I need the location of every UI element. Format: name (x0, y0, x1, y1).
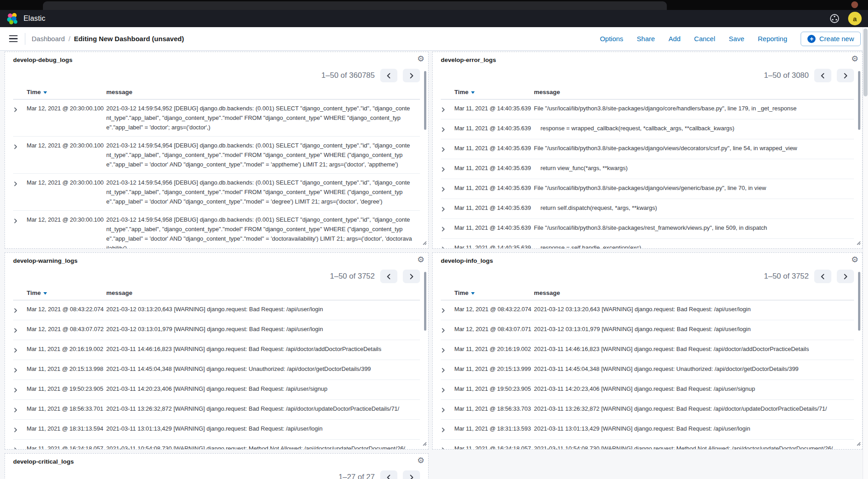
expand-row-icon[interactable] (441, 324, 454, 336)
expand-row-icon[interactable] (441, 123, 454, 135)
expand-row-icon[interactable] (441, 304, 454, 316)
breadcrumb-current: Editing New Dashboard (unsaved) (74, 35, 184, 43)
sort-descending-icon (43, 89, 47, 95)
panel-scrollbar[interactable] (424, 71, 426, 130)
expand-row-icon[interactable] (13, 215, 27, 249)
next-page-button[interactable] (403, 270, 420, 283)
next-page-button[interactable] (403, 69, 420, 82)
panel-title[interactable]: develop-critical_logs (13, 458, 420, 465)
panel-gear-icon[interactable]: ⚙ (417, 256, 425, 264)
expand-row-icon[interactable] (441, 203, 454, 214)
panel-gear-icon[interactable]: ⚙ (417, 456, 425, 465)
column-header-time[interactable]: Time (27, 289, 106, 296)
expand-row-icon[interactable] (13, 344, 27, 356)
row-time: Mar 11, 2021 @ 20:16:19.002 (454, 344, 534, 356)
row-time: Mar 12, 2021 @ 20:30:00.100 (27, 215, 106, 249)
table-row: Mar 11, 2021 @ 18:56:33.7032021-03-11 13… (441, 400, 854, 420)
create-new-button[interactable]: + Create new (801, 32, 861, 46)
row-message: response = wrapped_callback(request, *ca… (534, 123, 854, 135)
time-column-label: Time (454, 289, 468, 296)
column-header-time[interactable]: Time (27, 89, 106, 95)
expand-row-icon[interactable] (441, 404, 454, 415)
toolbar-link-options[interactable]: Options (600, 35, 623, 43)
expand-row-icon[interactable] (441, 243, 454, 249)
column-header-time[interactable]: Time (454, 289, 534, 296)
table-row: Mar 11, 2021 @ 19:50:23.9052021-03-11 14… (13, 380, 420, 400)
toolbar-link-reporting[interactable]: Reporting (758, 35, 787, 43)
row-message: 2021-03-12 14:59:54,954 [DEBUG] django.d… (106, 141, 420, 169)
panel-gear-icon[interactable]: ⚙ (417, 55, 425, 63)
toolbar-link-add[interactable]: Add (669, 35, 681, 43)
browser-tab[interactable] (43, 1, 667, 10)
prev-page-button[interactable] (380, 69, 397, 82)
plus-icon: + (807, 35, 816, 43)
expand-row-icon[interactable] (441, 424, 454, 435)
expand-row-icon[interactable] (441, 183, 454, 194)
panel-title[interactable]: develop-warning_logs (13, 257, 420, 264)
expand-row-icon[interactable] (13, 324, 27, 336)
expand-row-icon[interactable] (13, 304, 27, 316)
row-message: File "/usr/local/lib/python3.8/site-pack… (534, 183, 854, 194)
message-column-label: message (106, 89, 420, 95)
next-page-button[interactable] (403, 470, 420, 479)
expand-row-icon[interactable] (441, 163, 454, 175)
panel-gear-icon[interactable]: ⚙ (851, 55, 859, 63)
next-page-button[interactable] (837, 270, 854, 283)
panel-scrollbar[interactable] (424, 272, 426, 331)
row-time: Mar 12, 2021 @ 20:30:00.100 (27, 141, 106, 169)
prev-page-button[interactable] (380, 470, 397, 479)
expand-row-icon[interactable] (441, 223, 454, 234)
expand-row-icon[interactable] (13, 424, 27, 435)
expand-row-icon[interactable] (13, 444, 27, 450)
prev-page-button[interactable] (814, 69, 831, 82)
panel-gear-icon[interactable]: ⚙ (851, 256, 859, 264)
table-row: Mar 11, 2021 @ 18:31:13.5942021-03-11 13… (13, 420, 420, 440)
expand-row-icon[interactable] (13, 404, 27, 415)
panel-title[interactable]: develop-error_logs (441, 57, 854, 63)
panel-title[interactable]: develop-info_logs (441, 257, 854, 264)
scrollbar-thumb[interactable] (863, 28, 868, 96)
expand-row-icon[interactable] (13, 178, 27, 206)
panel-title[interactable]: develop-debug_logs (13, 57, 420, 63)
prev-page-button[interactable] (380, 270, 397, 283)
next-page-button[interactable] (837, 69, 854, 82)
expand-row-icon[interactable] (13, 384, 27, 395)
breadcrumb-dashboard[interactable]: Dashboard (32, 35, 65, 43)
row-time: Mar 11, 2021 @ 18:56:33.703 (454, 404, 534, 415)
row-message: return view_func(*args, **kwargs) (534, 163, 854, 175)
sort-descending-icon (43, 289, 47, 296)
expand-row-icon[interactable] (441, 143, 454, 155)
row-message: File "/usr/local/lib/python3.8/site-pack… (534, 223, 854, 234)
expand-row-icon[interactable] (441, 384, 454, 395)
expand-row-icon[interactable] (441, 344, 454, 356)
deployment-icon[interactable] (829, 13, 840, 24)
toolbar-link-cancel[interactable]: Cancel (694, 35, 715, 43)
expand-row-icon[interactable] (441, 104, 454, 115)
table-row: Mar 11, 2021 @ 20:16:19.0022021-03-11 14… (13, 340, 420, 360)
panel-scrollbar[interactable] (858, 71, 860, 130)
expand-row-icon[interactable] (13, 104, 27, 132)
expand-row-icon[interactable] (13, 364, 27, 375)
expand-row-icon[interactable] (441, 444, 454, 450)
pagination-label: 1–50 of 360785 (321, 71, 375, 80)
row-message: File "/usr/local/lib/python3.8/site-pack… (534, 104, 854, 115)
column-header-time[interactable]: Time (454, 89, 534, 95)
sort-descending-icon (471, 89, 475, 95)
window-scrollbar[interactable] (863, 27, 868, 479)
brand-name: Elastic (24, 14, 46, 23)
row-message: 2021-03-12 03:13:01,979 [WARNING] django… (106, 324, 420, 336)
toolbar-link-save[interactable]: Save (729, 35, 744, 43)
table-row: Mar 11, 2021 @ 14:40:35.639 response = w… (441, 119, 854, 139)
row-time: Mar 11, 2021 @ 14:40:35.639 (454, 183, 534, 194)
row-time: Mar 12, 2021 @ 20:30:00.100 (27, 178, 106, 206)
expand-row-icon[interactable] (441, 364, 454, 375)
menu-icon[interactable] (7, 33, 19, 44)
table-row: Mar 11, 2021 @ 16:24:18.0572021-03-11 10… (13, 440, 420, 450)
table-row: Mar 12, 2021 @ 08:43:07.0722021-03-12 03… (13, 320, 420, 340)
browser-profile-icon[interactable] (851, 1, 858, 8)
prev-page-button[interactable] (814, 270, 831, 283)
user-avatar[interactable]: a (848, 12, 862, 25)
panel-scrollbar[interactable] (858, 272, 860, 331)
toolbar-link-share[interactable]: Share (637, 35, 655, 43)
expand-row-icon[interactable] (13, 141, 27, 169)
